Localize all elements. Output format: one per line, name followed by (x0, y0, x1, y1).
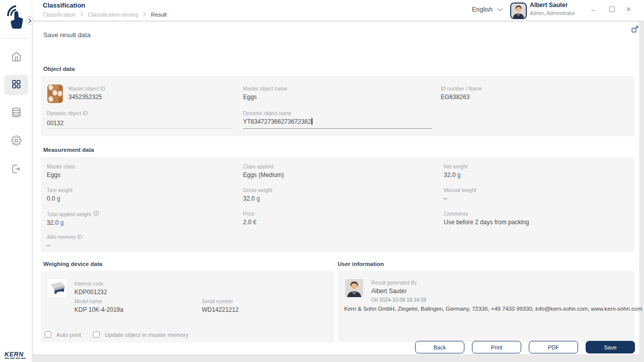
field-alibi-memory-id: Alibi memory ID – (47, 234, 83, 249)
sidebar-item-home[interactable] (4, 47, 28, 67)
field-total-applied-weight: Total applied weight 32.0 g (47, 211, 99, 227)
chevron-right-icon (28, 17, 32, 25)
object-data-panel: Master object ID 3452352325 Master objec… (41, 76, 634, 136)
main-content-card: Save result data Object data (32, 21, 640, 355)
logout-icon (11, 164, 21, 175)
field-model-name: Model name KDP 10K-4-2019a (74, 298, 123, 314)
company-info-line: Kern & Sohn GmbH, Ziegelei, Balingen, Ge… (344, 306, 631, 312)
database-icon (11, 107, 22, 119)
back-button[interactable]: Back (415, 341, 464, 353)
dynamic-object-id-input[interactable] (47, 118, 232, 129)
field-id-number-name: ID number / Name EG638263 (441, 85, 482, 101)
window-minimize-button[interactable]: – (591, 7, 595, 13)
window-maximize-button[interactable] (609, 7, 615, 12)
field-master-object-id: Master object ID 3452352325 (68, 85, 105, 101)
expand-fullscreen-button[interactable] (630, 25, 639, 35)
sidebar-item-settings[interactable] (4, 131, 28, 151)
breadcrumb-classification[interactable]: Classification (43, 12, 75, 18)
field-master-class: Master class Eggs (47, 163, 75, 179)
kern-brand-text: KERN (5, 351, 24, 358)
weighing-device-heading: Weighing device data (43, 261, 102, 267)
breadcrumb-classification-dosing[interactable]: Classification dosing (88, 12, 138, 18)
weighing-device-thumbnail (48, 279, 66, 297)
window-close-button[interactable]: ✕ (626, 6, 631, 13)
text-caret (311, 118, 312, 125)
field-master-object-name: Master object name Eggs (243, 85, 287, 101)
kern-brand-logo: KERN (5, 351, 28, 361)
object-data-heading: Object data (43, 66, 75, 72)
user-name: Albert Sauter (530, 2, 568, 9)
footer-buttons: Back Print PDF Save (415, 341, 635, 353)
checkbox-icon (45, 331, 51, 338)
result-user-avatar (345, 279, 363, 297)
sidebar-item-modules[interactable] (4, 75, 28, 95)
breadcrumb-result: Result (151, 12, 167, 18)
field-manual-weight: Manual weight – (444, 187, 476, 203)
checkbox-icon (93, 331, 100, 338)
save-button[interactable]: Save (586, 341, 635, 353)
language-selector[interactable]: English (472, 6, 503, 13)
footer-options: Auto print Update object in master memor… (45, 331, 188, 338)
sidebar-item-logout[interactable] (4, 159, 28, 179)
dynamic-object-name-input[interactable]: YT634727366273672382 (243, 118, 432, 129)
field-net-weight: Net weight 32.0 g (444, 163, 467, 179)
measurement-data-panel: Master class Eggs Class applied Eggs (Me… (41, 157, 634, 252)
settings-gear-icon (11, 135, 22, 147)
pdf-button[interactable]: PDF (529, 341, 578, 353)
user-role: Admin, Adminstrator (530, 11, 575, 16)
field-gross-weight: Gross weight 32.0 g (243, 187, 272, 203)
sidebar: KERN (0, 0, 32, 362)
field-class-applied: Class applied Eggs (Medium) (243, 163, 284, 179)
app-window: KERN Classification Classification Class… (0, 0, 644, 362)
field-comments: Comments Use before 2 days from packing (444, 211, 529, 226)
field-result-generated-by: Result generated By Albert Sauter On 202… (371, 280, 426, 303)
breadcrumb: Classification Classification dosing Res… (43, 12, 167, 18)
info-icon[interactable] (94, 211, 99, 218)
top-header: Classification Classification Classifica… (32, 0, 644, 21)
page-title: Save result data (43, 31, 91, 39)
chevron-right-icon (80, 12, 84, 18)
sidebar-item-database[interactable] (4, 103, 28, 123)
result-generated-on: On 2024-10-08 18:34:39 (371, 297, 426, 303)
app-logo-touch-icon (4, 3, 27, 33)
page-header-title: Classification (43, 2, 86, 9)
field-tare-weight: Tare weight 0.0 g (47, 187, 72, 203)
expand-icon (631, 27, 638, 34)
user-information-heading: User information (338, 261, 384, 267)
language-label: English (472, 6, 493, 13)
sidebar-divider (3, 38, 29, 39)
home-icon (11, 51, 22, 63)
field-serial-number: Serial number WD14221212 (202, 298, 238, 314)
update-object-checkbox[interactable]: Update object in master memory (93, 331, 188, 338)
field-dynamic-object-id: Dynamic object ID (47, 110, 232, 129)
auto-print-checkbox[interactable]: Auto print (45, 331, 81, 338)
apps-grid-icon (11, 79, 22, 91)
sidebar-expand-toggle[interactable] (26, 17, 34, 25)
user-avatar[interactable] (510, 3, 527, 19)
field-dynamic-object-name: Dynamic object name YT634727366273672382 (243, 110, 432, 129)
chevron-down-icon (497, 6, 503, 13)
object-thumbnail-eggs (47, 84, 63, 103)
user-information-panel: Result generated By Albert Sauter On 202… (338, 270, 634, 342)
print-button[interactable]: Print (472, 341, 521, 353)
field-internal-code: Internal code KDP001232 (74, 281, 107, 296)
field-price: Price 2.0 € (243, 211, 257, 226)
chevron-right-icon (143, 12, 146, 18)
measurement-data-heading: Measurement data (43, 147, 94, 153)
